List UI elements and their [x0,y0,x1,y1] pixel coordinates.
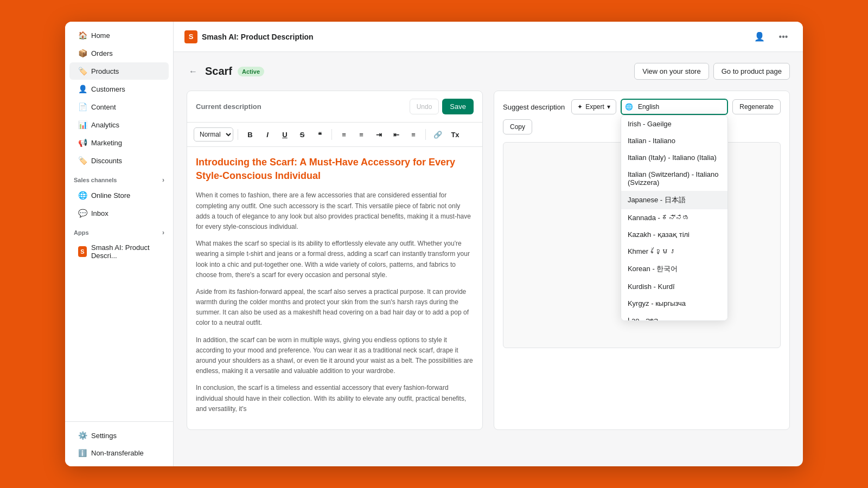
more-options-button[interactable]: ••• [775,28,792,46]
editor-para-3: Aside from its fashion-forward appeal, t… [196,287,474,329]
sidebar-item-analytics[interactable]: 📊 Analytics [69,116,169,133]
main-content: S Smash AI: Product Description 👤 ••• ← … [174,22,803,466]
marketing-icon: 📢 [78,138,87,147]
bold-button[interactable]: B [242,127,258,142]
sidebar-item-inbox[interactable]: 💬 Inbox [69,204,169,222]
editor-card-title: Current description [196,102,261,111]
sidebar-item-settings[interactable]: ⚙️ Settings [69,427,169,444]
toolbar-divider-3 [425,129,426,140]
sidebar-item-home[interactable]: 🏠 Home [69,27,169,44]
online-store-icon: 🌐 [78,191,87,200]
sidebar-bottom: ⚙️ Settings ℹ️ Non-transferable [65,421,173,466]
sidebar-item-label: Products [91,67,119,75]
indent-button[interactable]: ⇥ [371,127,386,142]
editor-para-4: In addition, the scarf can be worn in mu… [196,335,474,377]
editor-heading: Introducing the Scarf: A Must-Have Acces… [196,156,474,183]
product-page-button[interactable]: Go to product page [713,63,790,80]
unordered-list-button[interactable]: ≡ [354,127,369,142]
sidebar-item-label: Online Store [91,191,130,200]
sidebar: 🏠 Home 📦 Orders 🏷️ Products 👤 Customers … [65,22,174,466]
brand-name: Smash AI: Product Description [202,33,314,41]
clear-format-button[interactable]: Tx [448,127,463,142]
dropdown-item-kurdish[interactable]: Kurdish - Kurdî [621,278,727,295]
info-icon: ℹ️ [78,449,87,457]
nontransfer-label: Non-transferable [91,449,144,457]
link-button[interactable]: 🔗 [430,127,445,142]
chevron-right-icon: › [162,176,164,184]
page-header-right: View on your store Go to product page [634,63,790,80]
sidebar-item-label: Content [91,103,116,111]
back-button[interactable]: ← [187,65,200,79]
app-window: 🏠 Home 📦 Orders 🏷️ Products 👤 Customers … [65,22,803,466]
sidebar-item-label: Orders [91,49,113,57]
italic-button[interactable]: I [260,127,275,142]
strikethrough-button[interactable]: S [295,127,310,142]
dropdown-item-korean[interactable]: Korean - 한국어 [621,260,727,278]
brand-logo: S [184,30,197,43]
editor-toolbar: Normal B I U S ❝ ≡ ≡ ⇥ ⇤ ≡ [187,123,482,147]
apps-section: Apps › [65,222,173,239]
suggest-header: Suggest description ✦ Expert ▾ 🌐 [503,99,781,134]
dropdown-item-italian-swiss[interactable]: Italian (Switzerland) - Italiano (Svizze… [621,166,727,191]
customers-icon: 👤 [78,85,87,93]
mode-chevron-icon: ▾ [607,103,610,111]
page-header-left: ← Scarf Active [187,65,264,79]
language-input-container: 🌐 Irish - Gaeilge Italian - Italiano Ita… [621,99,728,115]
dropdown-item-kazakh[interactable]: Kazakh - қазақ тілі [621,226,727,243]
analytics-icon: 📊 [78,120,87,129]
dropdown-item-kannada[interactable]: Kannada - ಕನ್ನಡ [621,209,727,226]
copy-button[interactable]: Copy [503,119,532,134]
smash-app-logo: S [78,246,87,257]
brand: S Smash AI: Product Description [184,30,314,43]
language-input[interactable] [621,99,728,115]
editor-body[interactable]: Introducing the Scarf: A Must-Have Acces… [187,147,482,429]
language-dropdown: Irish - Gaeilge Italian - Italiano Itali… [621,115,728,321]
format-select[interactable]: Normal [194,127,233,142]
toolbar-divider-2 [331,129,332,140]
globe-icon: 🌐 [625,103,633,111]
sidebar-item-smash-app[interactable]: S Smash AI: Product Descri... [69,239,169,264]
ordered-list-button[interactable]: ≡ [336,127,352,142]
quote-button[interactable]: ❝ [312,127,327,142]
outdent-button[interactable]: ⇤ [388,127,404,142]
dropdown-item-lao[interactable]: Lao - ລາວ [621,312,727,321]
dropdown-item-italian-italy[interactable]: Italian (Italy) - Italiano (Italia) [621,149,727,166]
app-item-label: Smash AI: Product Descri... [91,243,160,260]
content-icon: 📄 [78,102,87,111]
sidebar-item-customers[interactable]: 👤 Customers [69,80,169,98]
account-button[interactable]: 👤 [751,28,768,46]
sidebar-item-online-store[interactable]: 🌐 Online Store [69,187,169,204]
sidebar-item-label: Marketing [91,139,122,147]
topbar: S Smash AI: Product Description 👤 ••• [174,22,803,52]
align-button[interactable]: ≡ [406,127,421,142]
sidebar-item-label: Customers [91,85,125,93]
editor-para-2: What makes the scarf so special is its a… [196,239,474,280]
sidebar-item-discounts[interactable]: 🏷️ Discounts [69,152,169,169]
save-button[interactable]: Save [442,99,474,114]
undo-button[interactable]: Undo [410,99,439,114]
dropdown-item-japanese[interactable]: Japanese - 日本語 [621,191,727,209]
sidebar-item-nontransfer[interactable]: ℹ️ Non-transferable [69,445,169,461]
dropdown-item-khmer[interactable]: Khmer - ខ្មែរ [621,243,727,260]
sidebar-item-content[interactable]: 📄 Content [69,98,169,115]
sidebar-item-label: Inbox [91,209,108,217]
editor-header-actions: Undo Save [410,99,474,114]
editor-para-1: When it comes to fashion, there are a fe… [196,190,474,232]
dropdown-item-italian[interactable]: Italian - Italiano [621,132,727,149]
mode-select-button[interactable]: ✦ Expert ▾ [571,99,616,114]
two-column-layout: Current description Undo Save Normal B [187,91,790,430]
products-icon: 🏷️ [78,67,87,75]
dropdown-item-irish[interactable]: Irish - Gaeilge [621,115,727,132]
discounts-icon: 🏷️ [78,156,87,165]
suggest-label: Suggest description [503,103,565,111]
chevron-right-icon-2: › [162,229,164,236]
dropdown-item-kyrgyz[interactable]: Kyrgyz - кыргызча [621,295,727,312]
sidebar-item-orders[interactable]: 📦 Orders [69,44,169,62]
view-store-button[interactable]: View on your store [634,63,709,80]
sidebar-item-label: Discounts [91,157,122,165]
underline-button[interactable]: U [277,127,292,142]
sidebar-item-marketing[interactable]: 📢 Marketing [69,134,169,151]
orders-icon: 📦 [78,49,87,57]
sidebar-item-products[interactable]: 🏷️ Products [69,62,169,80]
regenerate-button[interactable]: Regenerate [732,99,781,114]
